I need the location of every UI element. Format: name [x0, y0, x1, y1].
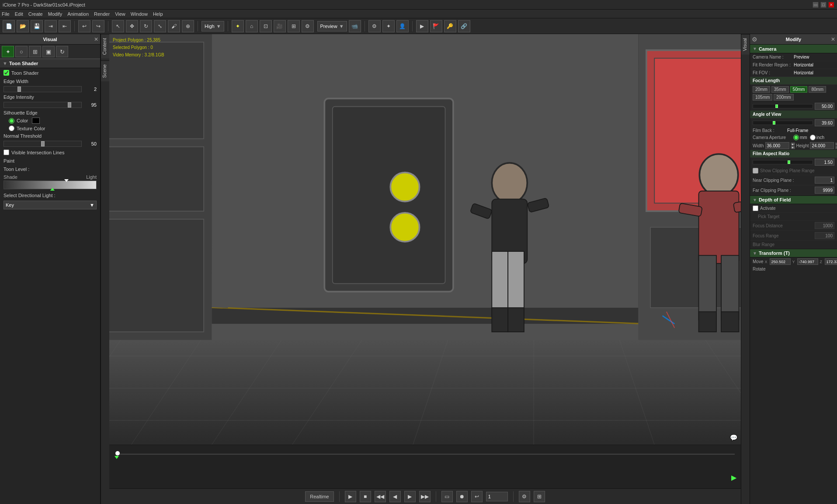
focal-80mm[interactable]: 80mm	[809, 86, 826, 93]
play-button[interactable]: ▶	[345, 491, 356, 502]
color-swatch[interactable]	[32, 118, 40, 124]
film-aspect-input[interactable]	[815, 159, 834, 166]
toon-gradient[interactable]	[3, 181, 97, 189]
flag-btn[interactable]: 🚩	[430, 20, 442, 32]
video-btn[interactable]: 📹	[349, 20, 361, 32]
menu-create[interactable]: Create	[28, 11, 43, 17]
focal-200mm[interactable]: 200mm	[774, 94, 793, 101]
cam-btn[interactable]: 🎥	[274, 20, 286, 32]
focal-50mm[interactable]: 50mm	[790, 86, 808, 93]
prev-frame-button[interactable]: ◀	[389, 491, 401, 502]
menu-file[interactable]: File	[2, 11, 10, 17]
render-mode-dropdown[interactable]: Preview ▼	[317, 21, 347, 31]
height-input[interactable]	[810, 142, 834, 149]
dof-activate-checkbox[interactable]	[753, 205, 758, 211]
minimize-btn[interactable]: —	[813, 2, 819, 8]
loop-btn[interactable]: ↩	[471, 491, 483, 502]
focus-distance-input[interactable]	[815, 222, 834, 229]
focal-20mm[interactable]: 20mm	[753, 86, 770, 93]
show-clipping-checkbox[interactable]	[753, 168, 758, 174]
aperture-mm-radio[interactable]: mm	[793, 135, 807, 140]
realtime-button[interactable]: Realtime	[305, 491, 333, 502]
focal-length-input[interactable]	[815, 103, 834, 110]
new-btn[interactable]: 📄	[3, 20, 15, 32]
open-btn[interactable]: 📂	[17, 20, 29, 32]
timeline-playhead[interactable]	[115, 451, 120, 455]
modify-panel-close[interactable]: ✕	[831, 36, 835, 42]
directional-light-select[interactable]: Key ▼	[3, 201, 97, 209]
width-up[interactable]: ▲	[791, 143, 795, 146]
screen-btn[interactable]: ▭	[441, 491, 453, 502]
menu-help[interactable]: Help	[153, 11, 163, 17]
focal-35mm[interactable]: 35mm	[771, 86, 789, 93]
import-btn[interactable]: ⇤	[59, 20, 71, 32]
visual-panel-close[interactable]: ✕	[94, 36, 98, 42]
maximize-btn[interactable]: □	[820, 2, 827, 8]
menu-modify[interactable]: Modify	[48, 11, 62, 17]
menu-edit[interactable]: Edit	[15, 11, 23, 17]
undo-btn[interactable]: ↩	[78, 20, 90, 32]
settings-btn[interactable]: ⚙	[302, 20, 314, 32]
sun-btn[interactable]: ✦	[232, 20, 244, 32]
export-pb-btn[interactable]: ⊞	[534, 491, 545, 502]
move-y-input[interactable]	[797, 258, 818, 265]
height-down[interactable]: ▼	[835, 146, 837, 149]
width-input[interactable]	[765, 142, 789, 149]
settings-pb-btn[interactable]: ⚙	[519, 491, 530, 502]
go-start-button[interactable]: ◀◀	[375, 491, 386, 502]
quality-dropdown[interactable]: High ▼	[201, 21, 224, 31]
focal-105mm[interactable]: 105mm	[753, 94, 772, 101]
normal-threshold-slider[interactable]	[3, 141, 82, 147]
near-clipping-input[interactable]	[815, 177, 834, 184]
menu-render[interactable]: Render	[94, 11, 110, 17]
props-btn[interactable]: ⚙	[368, 20, 381, 32]
menu-animation[interactable]: Animation	[67, 11, 89, 17]
silhouette-color-radio[interactable]	[9, 118, 14, 124]
select-btn[interactable]: ↖	[112, 20, 124, 32]
record-btn[interactable]: ⏺	[456, 491, 468, 502]
close-btn[interactable]: ✕	[828, 2, 834, 8]
next-frame-button[interactable]: ▶	[404, 491, 416, 502]
house-btn[interactable]: ⌂	[246, 20, 258, 32]
key-btn[interactable]: 🔑	[444, 20, 456, 32]
angle-of-view-input[interactable]	[815, 119, 834, 126]
tab-refresh[interactable]: ↻	[56, 46, 68, 57]
scene-tab-label[interactable]: Scene	[101, 60, 109, 81]
stop-button[interactable]: ■	[360, 491, 371, 502]
aperture-inch-radio[interactable]: inch	[810, 135, 824, 140]
far-clipping-input[interactable]	[815, 187, 834, 194]
move-x-input[interactable]	[770, 258, 791, 265]
go-end-button[interactable]: ▶▶	[419, 491, 431, 502]
anim-btn[interactable]: ▶	[416, 20, 428, 32]
scale-btn[interactable]: ⤡	[154, 20, 166, 32]
focus-range-input[interactable]	[815, 232, 834, 239]
rotate-btn[interactable]: ↻	[140, 20, 152, 32]
char-btn[interactable]: 👤	[396, 20, 409, 32]
viewport[interactable]: Project Polygon : 25,385 Selected Polygo…	[109, 34, 741, 445]
silhouette-texture-radio[interactable]	[9, 125, 14, 131]
edge-intensity-slider[interactable]	[3, 102, 82, 108]
height-up[interactable]: ▲	[835, 143, 837, 146]
tab-sparkle[interactable]: ✦	[2, 46, 14, 57]
save-btn[interactable]: 💾	[31, 20, 43, 32]
toon-shader-checkbox[interactable]	[3, 70, 9, 76]
edge-width-slider[interactable]	[3, 86, 82, 92]
frame-input[interactable]	[486, 492, 508, 501]
content-tab-label[interactable]: Content	[101, 34, 109, 59]
visual-side-tab-label[interactable]: Visual	[741, 34, 750, 55]
export-btn[interactable]: ⇥	[45, 20, 57, 32]
cam-target-btn[interactable]: ⊡	[260, 20, 272, 32]
focal-length-slider[interactable]	[753, 104, 813, 108]
tool5-btn[interactable]: ⊕	[182, 20, 194, 32]
menu-window[interactable]: Window	[131, 11, 148, 17]
move-z-input[interactable]	[825, 258, 837, 265]
tab-grid[interactable]: ⊞	[29, 46, 41, 57]
menu-view[interactable]: View	[115, 11, 125, 17]
visible-intersection-checkbox[interactable]	[3, 149, 9, 155]
width-down[interactable]: ▼	[791, 146, 795, 149]
angle-of-view-slider[interactable]	[753, 121, 813, 125]
redo-btn[interactable]: ↪	[92, 20, 104, 32]
tab-circle[interactable]: ○	[15, 46, 28, 57]
link-btn[interactable]: 🔗	[458, 20, 470, 32]
film-aspect-slider[interactable]	[753, 160, 813, 164]
